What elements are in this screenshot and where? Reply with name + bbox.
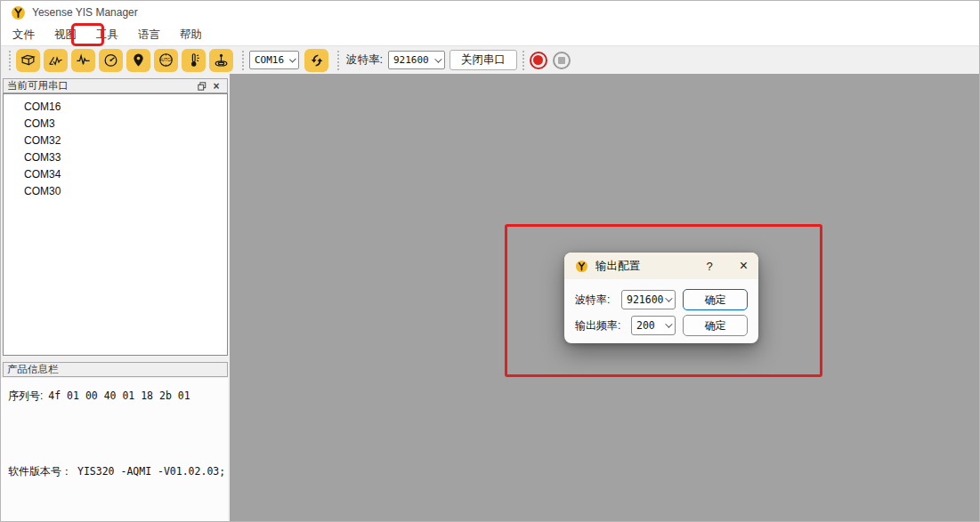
toolbar-grip[interactable] — [9, 51, 11, 70]
app-window: Yesense YIS Manager 文件 视图 工具 语言 帮助 — [0, 0, 980, 522]
attitude-wave-button[interactable] — [44, 49, 68, 72]
title-bar: Yesense YIS Manager — [1, 1, 980, 24]
serial-number-label: 序列号: — [8, 389, 43, 404]
ports-panel-title: 当前可用串口 — [7, 79, 69, 92]
window-title: Yesense YIS Manager — [32, 6, 138, 19]
serial-number-value: 4f 01 00 40 01 18 2b 01 — [48, 389, 190, 402]
list-item-port[interactable]: COM33 — [4, 149, 227, 166]
app-logo-icon — [11, 5, 26, 20]
record-dot-icon — [533, 55, 543, 65]
annotation-box-tools-menu — [71, 23, 104, 46]
list-item-port[interactable]: COM30 — [4, 183, 227, 200]
chevron-down-icon — [289, 55, 296, 62]
location-icon — [130, 52, 147, 68]
software-version-value: YIS320 -AQMI -V01.02.03; — [77, 465, 225, 478]
stop-square-icon — [558, 57, 565, 64]
temperature-button[interactable] — [182, 49, 206, 72]
temperature-icon — [185, 52, 202, 68]
location-button[interactable] — [126, 49, 150, 72]
software-version-label: 软件版本号： — [8, 464, 72, 479]
chevron-down-icon — [434, 55, 441, 62]
baud-rate-select[interactable]: 921600 — [388, 51, 445, 69]
com-port-select[interactable]: COM16 — [249, 51, 299, 69]
gauge-icon — [102, 52, 119, 68]
list-item-port[interactable]: COM3 — [4, 116, 227, 133]
gauge-button[interactable] — [99, 49, 123, 72]
inclination-button[interactable] — [209, 49, 233, 72]
ports-panel-header: 当前可用串口 × — [3, 78, 228, 93]
float-icon — [198, 82, 207, 91]
com-port-value: COM16 — [255, 54, 284, 66]
list-item-port[interactable]: COM32 — [4, 133, 227, 149]
info-panel-header: 产品信息栏 — [3, 362, 228, 377]
annotation-box-dialog — [505, 224, 822, 377]
waveform-button[interactable] — [71, 49, 95, 72]
toolbar-grip[interactable] — [522, 51, 524, 70]
stop-button[interactable] — [553, 52, 571, 69]
refresh-ports-button[interactable] — [304, 49, 328, 72]
sync-bolts-icon — [309, 52, 325, 68]
menu-file[interactable]: 文件 — [3, 25, 45, 45]
list-item-port[interactable]: COM16 — [4, 99, 227, 116]
cube-3d-icon — [20, 52, 36, 68]
baud-rate-value: 921600 — [393, 54, 429, 66]
list-item-port[interactable]: COM34 — [4, 166, 227, 183]
close-panel-button[interactable]: × — [209, 80, 223, 92]
info-panel-title: 产品信息栏 — [7, 363, 59, 376]
toolbar: UTC COM16 — [1, 45, 980, 74]
waveform-icon — [75, 52, 92, 68]
toolbar-grip[interactable] — [337, 51, 339, 70]
float-panel-button[interactable] — [195, 80, 209, 92]
menu-help[interactable]: 帮助 — [170, 25, 212, 45]
menu-language[interactable]: 语言 — [128, 25, 170, 45]
left-dock: 当前可用串口 × COM16 COM3 COM32 COM33 COM34 CO… — [1, 74, 230, 522]
inclination-icon — [213, 52, 230, 68]
cube-3d-button[interactable] — [16, 49, 40, 72]
software-version-row: 软件版本号： YIS320 -AQMI -V01.02.03; — [8, 464, 225, 479]
utc-clock-button[interactable]: UTC — [154, 49, 178, 72]
record-button[interactable] — [530, 52, 547, 69]
utc-clock-icon: UTC — [158, 52, 174, 68]
svg-text:UTC: UTC — [161, 57, 171, 62]
serial-port-list: COM16 COM3 COM32 COM33 COM34 COM30 — [3, 93, 228, 356]
serial-number-row: 序列号: 4f 01 00 40 01 18 2b 01 — [8, 389, 190, 404]
close-serial-button[interactable]: 关闭串口 — [450, 50, 517, 70]
toolbar-grip[interactable] — [242, 51, 244, 70]
attitude-wave-icon — [47, 52, 64, 68]
baud-rate-label: 波特率: — [346, 52, 383, 68]
menu-bar: 文件 视图 工具 语言 帮助 — [1, 24, 980, 45]
